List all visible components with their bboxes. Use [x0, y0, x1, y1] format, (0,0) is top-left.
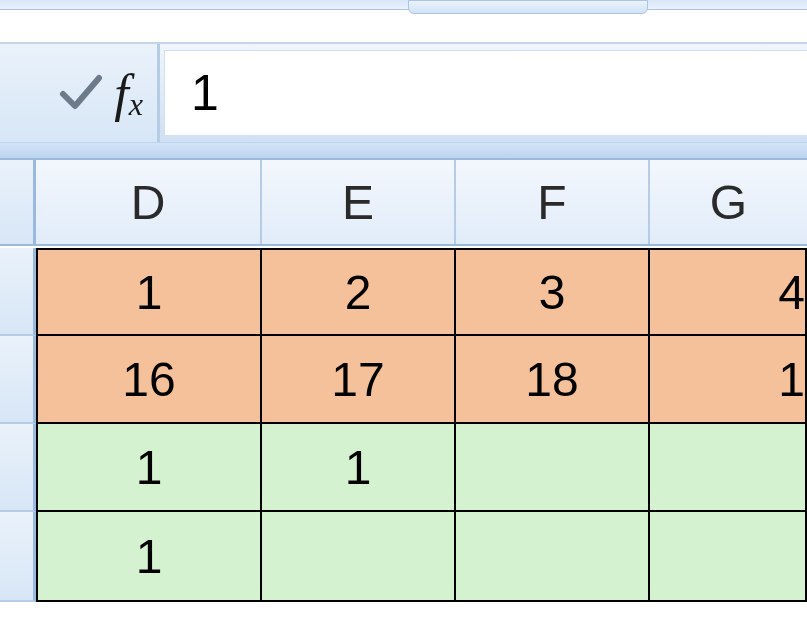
row-header[interactable] — [0, 424, 36, 512]
column-header-F[interactable]: F — [456, 160, 650, 244]
header-separator — [0, 142, 807, 160]
row-header[interactable] — [0, 248, 36, 336]
cell-E[interactable]: 17 — [262, 336, 456, 424]
table-row: 1 1 — [0, 424, 807, 512]
spreadsheet-grid: 1 2 3 4 16 17 18 1 1 1 1 — [0, 248, 807, 625]
cell-E[interactable]: 1 — [262, 424, 456, 512]
table-row: 16 17 18 1 — [0, 336, 807, 424]
formula-input-container[interactable] — [164, 50, 807, 136]
cell-F[interactable] — [456, 512, 650, 602]
table-row: 1 — [0, 512, 807, 602]
ribbon-area — [0, 0, 807, 10]
column-headers: D E F G — [0, 160, 807, 246]
column-header-D[interactable]: D — [36, 160, 262, 244]
formula-input[interactable] — [191, 64, 807, 122]
fx-f: f — [114, 65, 128, 122]
column-header-E[interactable]: E — [262, 160, 456, 244]
cell-G[interactable]: 4 — [650, 248, 807, 336]
formula-bar: fx — [0, 42, 807, 142]
cell-G[interactable] — [650, 424, 807, 512]
fx-icon[interactable]: fx — [114, 64, 143, 123]
cell-D[interactable]: 1 — [36, 248, 262, 336]
cell-F[interactable]: 3 — [456, 248, 650, 336]
cell-F[interactable]: 18 — [456, 336, 650, 424]
ribbon-group-edge — [408, 0, 648, 14]
cell-D[interactable]: 1 — [36, 512, 262, 602]
confirm-check-icon[interactable] — [56, 69, 104, 117]
formula-bar-controls: fx — [0, 44, 160, 142]
cell-D[interactable]: 1 — [36, 424, 262, 512]
cell-F[interactable] — [456, 424, 650, 512]
cell-E[interactable] — [262, 512, 456, 602]
table-row: 1 2 3 4 — [0, 248, 807, 336]
column-header-G[interactable]: G — [650, 160, 807, 244]
select-all-corner[interactable] — [0, 160, 36, 244]
cell-G[interactable] — [650, 512, 807, 602]
cell-D[interactable]: 16 — [36, 336, 262, 424]
cell-E[interactable]: 2 — [262, 248, 456, 336]
cell-G[interactable]: 1 — [650, 336, 807, 424]
fx-x: x — [129, 86, 143, 122]
row-header[interactable] — [0, 512, 36, 602]
row-header[interactable] — [0, 336, 36, 424]
